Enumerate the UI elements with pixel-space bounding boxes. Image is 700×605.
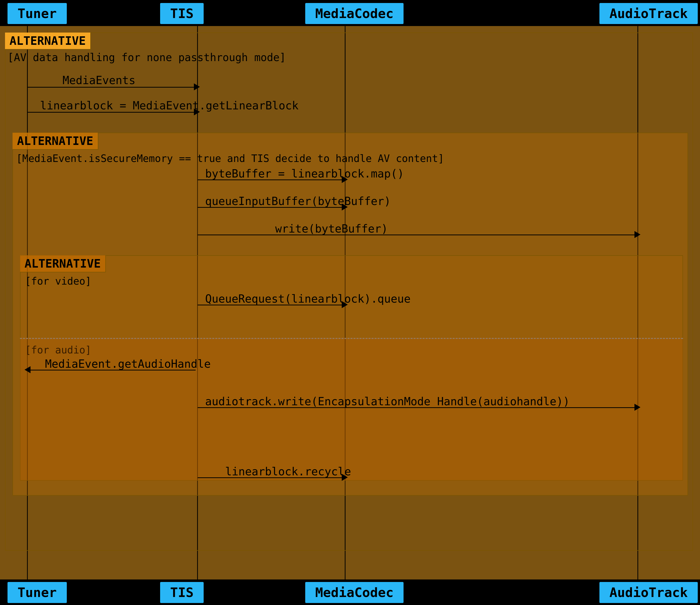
label-get-audio-handle: MediaEvent.getAudioHandle (45, 358, 211, 370)
actor-tuner-header: Tuner (7, 3, 67, 24)
arrow-media-events (27, 87, 195, 88)
label-audiotrack-write: audiotrack.write(EncapsulationMode_Handl… (205, 395, 570, 408)
header-bar: Tuner TIS MediaCodec AudioTrack (0, 0, 700, 26)
arrowhead-media-events (194, 83, 200, 90)
alt-inner2-label: ALTERNATIVE (20, 255, 106, 272)
label-linearblock-recycle: linearblock.recycle (225, 465, 351, 478)
actor-mediacodec-footer: MediaCodec (305, 582, 403, 603)
arrow-get-linearblock (27, 112, 195, 113)
arrowhead-write-byte (634, 231, 641, 238)
arrowhead-audiotrack-write (634, 404, 641, 411)
alt-inner-condition: [MediaEvent.isSecureMemory == true and T… (16, 153, 444, 164)
arrow-write-byte (198, 235, 636, 235)
label-write-byte: write(byteBuffer) (275, 222, 388, 235)
label-bytebuffer: byteBuffer = linearblock.map() (205, 167, 404, 180)
label-queue-input: queueInputBuffer(byteBuffer) (205, 195, 391, 208)
actor-mediacodec-header: MediaCodec (305, 3, 403, 24)
label-queue-request: QueueRequest(linearblock).queue (205, 292, 410, 305)
arrowhead-get-audio-handle (25, 366, 30, 373)
actor-audiotrack-header: AudioTrack (599, 3, 698, 24)
diagram-area: ALTERNATIVE [AV data handling for none p… (0, 0, 700, 605)
actor-audiotrack-footer: AudioTrack (599, 582, 698, 603)
actor-tuner-footer: Tuner (7, 582, 67, 603)
actor-tis-header: TIS (160, 3, 204, 24)
alt-outer-label: ALTERNATIVE (5, 32, 91, 50)
alt-outer-condition: [AV data handling for none passthrough m… (7, 51, 286, 64)
label-media-events: MediaEvents (62, 74, 135, 87)
alt-inner-label: ALTERNATIVE (12, 133, 98, 150)
footer-bar: Tuner TIS MediaCodec AudioTrack (0, 579, 700, 605)
alt-video-condition: [for video] (25, 275, 91, 287)
actor-tis-footer: TIS (160, 582, 204, 603)
label-get-linearblock: linearblock = MediaEvent.getLinearBlock (40, 99, 298, 112)
